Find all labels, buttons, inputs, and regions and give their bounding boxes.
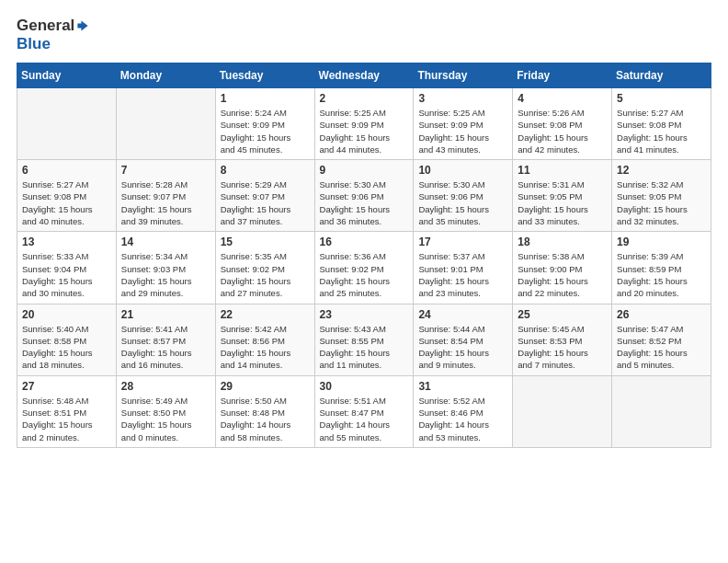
day-info: Sunrise: 5:30 AM Sunset: 9:06 PM Dayligh…: [418, 178, 507, 227]
calendar-week-row: 20Sunrise: 5:40 AM Sunset: 8:58 PM Dayli…: [17, 304, 711, 375]
calendar-cell: 18Sunrise: 5:38 AM Sunset: 9:00 PM Dayli…: [513, 232, 612, 304]
calendar-header-monday: Monday: [116, 63, 215, 88]
day-number: 15: [221, 236, 310, 248]
calendar-cell: [17, 88, 117, 160]
calendar-cell: 26Sunrise: 5:47 AM Sunset: 8:52 PM Dayli…: [612, 304, 711, 375]
calendar-cell: 8Sunrise: 5:29 AM Sunset: 9:07 PM Daylig…: [215, 160, 314, 232]
calendar-header-wednesday: Wednesday: [314, 63, 414, 88]
day-number: 12: [617, 164, 706, 177]
day-number: 11: [518, 164, 607, 177]
day-number: 18: [518, 236, 607, 248]
calendar-cell: 22Sunrise: 5:42 AM Sunset: 8:56 PM Dayli…: [215, 304, 314, 375]
day-number: 8: [221, 164, 310, 177]
calendar-cell: 25Sunrise: 5:45 AM Sunset: 8:53 PM Dayli…: [513, 304, 612, 375]
day-info: Sunrise: 5:26 AM Sunset: 9:08 PM Dayligh…: [518, 107, 607, 155]
calendar-cell: 30Sunrise: 5:51 AM Sunset: 8:47 PM Dayli…: [314, 375, 414, 447]
day-info: Sunrise: 5:29 AM Sunset: 9:07 PM Dayligh…: [221, 178, 310, 227]
calendar-cell: 9Sunrise: 5:30 AM Sunset: 9:06 PM Daylig…: [314, 160, 414, 232]
day-number: 21: [121, 308, 210, 321]
day-number: 14: [121, 236, 210, 248]
calendar-cell: 11Sunrise: 5:31 AM Sunset: 9:05 PM Dayli…: [513, 160, 612, 232]
day-number: 31: [418, 380, 507, 393]
calendar-cell: 20Sunrise: 5:40 AM Sunset: 8:58 PM Dayli…: [17, 304, 117, 375]
day-number: 3: [418, 92, 507, 105]
day-info: Sunrise: 5:41 AM Sunset: 8:57 PM Dayligh…: [121, 323, 210, 372]
calendar-cell: 23Sunrise: 5:43 AM Sunset: 8:55 PM Dayli…: [314, 304, 414, 375]
calendar-cell: [513, 375, 612, 447]
day-number: 17: [418, 236, 507, 248]
day-info: Sunrise: 5:52 AM Sunset: 8:46 PM Dayligh…: [418, 395, 507, 443]
calendar-cell: 31Sunrise: 5:52 AM Sunset: 8:46 PM Dayli…: [414, 375, 513, 447]
calendar-cell: [612, 375, 711, 447]
day-info: Sunrise: 5:36 AM Sunset: 9:02 PM Dayligh…: [320, 250, 409, 299]
day-number: 9: [320, 164, 409, 177]
calendar-cell: 6Sunrise: 5:27 AM Sunset: 9:08 PM Daylig…: [17, 160, 117, 232]
calendar-header-sunday: Sunday: [17, 63, 117, 88]
calendar-cell: 10Sunrise: 5:30 AM Sunset: 9:06 PM Dayli…: [414, 160, 513, 232]
day-info: Sunrise: 5:28 AM Sunset: 9:07 PM Dayligh…: [121, 178, 210, 227]
calendar-header-thursday: Thursday: [414, 63, 513, 88]
day-info: Sunrise: 5:30 AM Sunset: 9:06 PM Dayligh…: [320, 178, 409, 227]
day-info: Sunrise: 5:50 AM Sunset: 8:48 PM Dayligh…: [221, 395, 310, 443]
day-info: Sunrise: 5:31 AM Sunset: 9:05 PM Dayligh…: [518, 178, 607, 227]
day-info: Sunrise: 5:47 AM Sunset: 8:52 PM Dayligh…: [617, 323, 706, 372]
calendar-week-row: 6Sunrise: 5:27 AM Sunset: 9:08 PM Daylig…: [17, 160, 711, 232]
calendar-header-row: SundayMondayTuesdayWednesdayThursdayFrid…: [17, 63, 711, 88]
calendar-cell: 16Sunrise: 5:36 AM Sunset: 9:02 PM Dayli…: [314, 232, 414, 304]
day-number: 10: [418, 164, 507, 177]
calendar-cell: 14Sunrise: 5:34 AM Sunset: 9:03 PM Dayli…: [116, 232, 215, 304]
day-number: 25: [518, 308, 607, 321]
day-info: Sunrise: 5:25 AM Sunset: 9:09 PM Dayligh…: [418, 107, 507, 155]
header: General Blue: [17, 17, 711, 53]
day-number: 4: [518, 92, 607, 105]
day-info: Sunrise: 5:51 AM Sunset: 8:47 PM Dayligh…: [320, 395, 409, 443]
day-number: 13: [22, 236, 111, 248]
day-number: 19: [617, 236, 706, 248]
day-number: 22: [221, 308, 310, 321]
day-info: Sunrise: 5:37 AM Sunset: 9:01 PM Dayligh…: [418, 250, 507, 299]
day-info: Sunrise: 5:39 AM Sunset: 8:59 PM Dayligh…: [617, 250, 706, 299]
day-number: 27: [22, 380, 111, 393]
calendar-cell: 24Sunrise: 5:44 AM Sunset: 8:54 PM Dayli…: [414, 304, 513, 375]
day-number: 30: [320, 380, 409, 393]
calendar-cell: 17Sunrise: 5:37 AM Sunset: 9:01 PM Dayli…: [414, 232, 513, 304]
logo: General Blue: [17, 17, 90, 53]
calendar-header-friday: Friday: [513, 63, 612, 88]
calendar-cell: 4Sunrise: 5:26 AM Sunset: 9:08 PM Daylig…: [513, 88, 612, 160]
day-info: Sunrise: 5:49 AM Sunset: 8:50 PM Dayligh…: [121, 395, 210, 443]
day-info: Sunrise: 5:24 AM Sunset: 9:09 PM Dayligh…: [221, 107, 310, 155]
day-number: 24: [418, 308, 507, 321]
calendar-cell: 28Sunrise: 5:49 AM Sunset: 8:50 PM Dayli…: [116, 375, 215, 447]
calendar-week-row: 27Sunrise: 5:48 AM Sunset: 8:51 PM Dayli…: [17, 375, 711, 447]
calendar-cell: 21Sunrise: 5:41 AM Sunset: 8:57 PM Dayli…: [116, 304, 215, 375]
day-info: Sunrise: 5:34 AM Sunset: 9:03 PM Dayligh…: [121, 250, 210, 299]
day-number: 16: [320, 236, 409, 248]
calendar-cell: 27Sunrise: 5:48 AM Sunset: 8:51 PM Dayli…: [17, 375, 117, 447]
calendar-table: SundayMondayTuesdayWednesdayThursdayFrid…: [17, 63, 711, 448]
calendar-cell: 13Sunrise: 5:33 AM Sunset: 9:04 PM Dayli…: [17, 232, 117, 304]
day-number: 29: [221, 380, 310, 393]
calendar-cell: 5Sunrise: 5:27 AM Sunset: 9:08 PM Daylig…: [612, 88, 711, 160]
day-number: 6: [22, 164, 111, 177]
day-number: 5: [617, 92, 706, 105]
day-number: 1: [221, 92, 310, 105]
calendar-cell: 7Sunrise: 5:28 AM Sunset: 9:07 PM Daylig…: [116, 160, 215, 232]
day-number: 26: [617, 308, 706, 321]
day-number: 20: [22, 308, 111, 321]
calendar-cell: 12Sunrise: 5:32 AM Sunset: 9:05 PM Dayli…: [612, 160, 711, 232]
calendar-cell: 1Sunrise: 5:24 AM Sunset: 9:09 PM Daylig…: [215, 88, 314, 160]
day-info: Sunrise: 5:42 AM Sunset: 8:56 PM Dayligh…: [221, 323, 310, 372]
day-number: 23: [320, 308, 409, 321]
day-info: Sunrise: 5:32 AM Sunset: 9:05 PM Dayligh…: [617, 178, 706, 227]
day-info: Sunrise: 5:45 AM Sunset: 8:53 PM Dayligh…: [518, 323, 607, 372]
day-info: Sunrise: 5:44 AM Sunset: 8:54 PM Dayligh…: [418, 323, 507, 372]
calendar-cell: 2Sunrise: 5:25 AM Sunset: 9:09 PM Daylig…: [314, 88, 414, 160]
day-number: 2: [320, 92, 409, 105]
day-info: Sunrise: 5:27 AM Sunset: 9:08 PM Dayligh…: [22, 178, 111, 227]
calendar-week-row: 1Sunrise: 5:24 AM Sunset: 9:09 PM Daylig…: [17, 88, 711, 160]
day-info: Sunrise: 5:25 AM Sunset: 9:09 PM Dayligh…: [320, 107, 409, 155]
svg-marker-0: [78, 20, 88, 30]
calendar-cell: 29Sunrise: 5:50 AM Sunset: 8:48 PM Dayli…: [215, 375, 314, 447]
page: General Blue SundayMondayTuesdayWednesda…: [0, 0, 728, 563]
day-info: Sunrise: 5:48 AM Sunset: 8:51 PM Dayligh…: [22, 395, 111, 443]
